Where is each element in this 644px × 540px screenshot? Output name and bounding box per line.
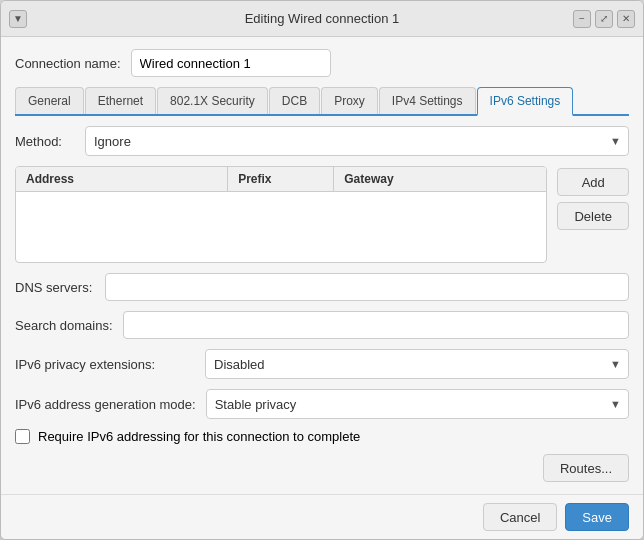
search-domains-row: Search domains: bbox=[15, 311, 629, 339]
tab-ipv6-settings[interactable]: IPv6 Settings bbox=[477, 87, 574, 116]
privacy-select[interactable]: Disabled Enabled (prefer public address)… bbox=[205, 349, 629, 379]
titlebar-right: − ⤢ ✕ bbox=[573, 10, 635, 28]
generation-mode-row: IPv6 address generation mode: Stable pri… bbox=[15, 389, 629, 419]
maximize-button[interactable]: ⤢ bbox=[595, 10, 613, 28]
address-table-header: Address Prefix Gateway bbox=[16, 167, 546, 192]
window-menu-button[interactable]: ▼ bbox=[9, 10, 27, 28]
titlebar-left: ▼ bbox=[9, 10, 27, 28]
search-domains-input[interactable] bbox=[123, 311, 629, 339]
address-table: Address Prefix Gateway bbox=[15, 166, 547, 263]
save-button[interactable]: Save bbox=[565, 503, 629, 531]
tabs-bar: General Ethernet 802.1X Security DCB Pro… bbox=[15, 87, 629, 116]
routes-row: Routes... bbox=[15, 454, 629, 482]
search-domains-label: Search domains: bbox=[15, 318, 113, 333]
ipv6-tab-content: Method: Ignore Automatic Manual Link-Loc… bbox=[15, 126, 629, 482]
address-table-body bbox=[16, 192, 546, 262]
method-label: Method: bbox=[15, 134, 75, 149]
titlebar: ▼ Editing Wired connection 1 − ⤢ ✕ bbox=[1, 1, 643, 37]
tab-dcb[interactable]: DCB bbox=[269, 87, 320, 114]
tab-ipv4-settings[interactable]: IPv4 Settings bbox=[379, 87, 476, 114]
main-content: Connection name: General Ethernet 802.1X… bbox=[1, 37, 643, 494]
address-col-header: Address bbox=[16, 167, 228, 191]
address-section: Address Prefix Gateway Add Delete bbox=[15, 166, 629, 263]
dns-row: DNS servers: bbox=[15, 273, 629, 301]
connection-name-label: Connection name: bbox=[15, 56, 121, 71]
require-ipv6-label: Require IPv6 addressing for this connect… bbox=[38, 429, 360, 444]
tab-general[interactable]: General bbox=[15, 87, 84, 114]
require-checkbox-row: Require IPv6 addressing for this connect… bbox=[15, 429, 629, 444]
require-ipv6-checkbox[interactable] bbox=[15, 429, 30, 444]
privacy-label: IPv6 privacy extensions: bbox=[15, 357, 195, 372]
add-address-button[interactable]: Add bbox=[557, 168, 629, 196]
tab-ethernet[interactable]: Ethernet bbox=[85, 87, 156, 114]
generation-mode-select-wrapper: Stable privacy EUI-64 Default ▼ bbox=[206, 389, 629, 419]
dns-input[interactable] bbox=[105, 273, 629, 301]
method-select-wrapper: Ignore Automatic Manual Link-Local Only … bbox=[85, 126, 629, 156]
table-buttons: Add Delete bbox=[557, 166, 629, 263]
connection-name-row: Connection name: bbox=[15, 49, 629, 77]
connection-name-input[interactable] bbox=[131, 49, 331, 77]
gateway-col-header: Gateway bbox=[334, 167, 546, 191]
privacy-select-wrapper: Disabled Enabled (prefer public address)… bbox=[205, 349, 629, 379]
minimize-button[interactable]: − bbox=[573, 10, 591, 28]
close-button[interactable]: ✕ bbox=[617, 10, 635, 28]
tab-proxy[interactable]: Proxy bbox=[321, 87, 378, 114]
prefix-col-header: Prefix bbox=[228, 167, 334, 191]
method-row: Method: Ignore Automatic Manual Link-Loc… bbox=[15, 126, 629, 156]
delete-address-button[interactable]: Delete bbox=[557, 202, 629, 230]
tab-8021x-security[interactable]: 802.1X Security bbox=[157, 87, 268, 114]
generation-mode-label: IPv6 address generation mode: bbox=[15, 397, 196, 412]
footer: Cancel Save bbox=[1, 494, 643, 539]
cancel-button[interactable]: Cancel bbox=[483, 503, 557, 531]
main-window: ▼ Editing Wired connection 1 − ⤢ ✕ Conne… bbox=[0, 0, 644, 540]
privacy-row: IPv6 privacy extensions: Disabled Enable… bbox=[15, 349, 629, 379]
window-title: Editing Wired connection 1 bbox=[245, 11, 400, 26]
routes-button[interactable]: Routes... bbox=[543, 454, 629, 482]
method-select[interactable]: Ignore Automatic Manual Link-Local Only … bbox=[85, 126, 629, 156]
dns-label: DNS servers: bbox=[15, 280, 95, 295]
generation-mode-select[interactable]: Stable privacy EUI-64 Default bbox=[206, 389, 629, 419]
